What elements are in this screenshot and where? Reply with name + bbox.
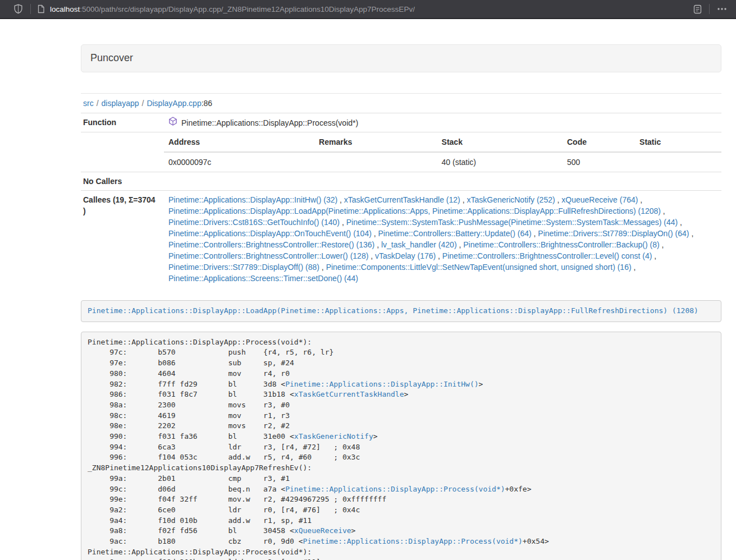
callee-link[interactable]: xTaskGenericNotify (252) (467, 195, 555, 204)
code-symbol-link[interactable]: xTaskGenericNotify (294, 432, 373, 440)
code-symbol-link[interactable]: Pinetime::Applications::DisplayApp::Proc… (303, 537, 523, 545)
code-line: Pinetime::Applications::DisplayApp::Proc… (88, 547, 715, 558)
code-symbol-link[interactable]: Pinetime::Applications::DisplayApp::Init… (285, 380, 478, 388)
page-title: Puncover (90, 52, 712, 64)
callee-link[interactable]: Pinetime::Applications::Screens::Timer::… (168, 274, 358, 283)
callee-separator: , (457, 240, 464, 249)
address-value: 0x0000097c (164, 152, 314, 172)
callee-separator: , (374, 240, 381, 249)
ellipsis-menu-icon[interactable] (716, 6, 728, 12)
static-value (635, 152, 721, 172)
callee-separator: , (372, 229, 378, 238)
callee-link[interactable]: Pinetime::Drivers::Cst816S::GetTouchInfo… (168, 218, 340, 227)
breadcrumb-displayapp[interactable]: displayapp (102, 99, 139, 108)
callee-link[interactable]: Pinetime::Drivers::St7789::DisplayOff() … (168, 263, 319, 272)
callee-link[interactable]: Pinetime::Controllers::Battery::Update()… (378, 229, 532, 238)
code-text: 990: f031 fa36 bl 31e00 < (88, 432, 294, 440)
breadcrumb-file[interactable]: DisplayApp.cpp (147, 99, 201, 108)
code-line: Pinetime::Applications::DisplayApp::Proc… (88, 337, 715, 348)
callee-separator: , (678, 218, 682, 227)
callee-link[interactable]: xQueueReceive (764) (561, 195, 638, 204)
metrics-table: Address Remarks Stack Code Static 0x0000… (164, 132, 721, 172)
highlighted-symbol-link[interactable]: Pinetime::Applications::DisplayApp::Load… (88, 306, 698, 315)
code-text: 9a8: f02f fd56 bl 30458 < (88, 526, 294, 535)
callee-separator: , (460, 195, 467, 204)
code-symbol-link[interactable]: Pinetime::Applications::DisplayApp::Proc… (285, 485, 505, 493)
col-static: Static (635, 132, 721, 152)
function-name: Pinetime::Applications::DisplayApp::Proc… (181, 117, 358, 128)
url-path: :5000/path/src/displayapp/DisplayApp.cpp… (80, 5, 415, 13)
breadcrumb: src/displayapp/DisplayApp.cpp:86 (83, 99, 721, 108)
app-header: Puncover (81, 44, 721, 72)
code-text: 97e: b086 sub sp, #24 (88, 359, 294, 367)
code-line: 98c: 4619 mov r1, r3 (88, 411, 715, 421)
callee-separator: , (436, 251, 442, 260)
callees-row: Callees (19, Σ=3704 ) Pinetime::Applicat… (81, 191, 721, 288)
reader-mode-icon[interactable] (692, 3, 703, 15)
code-line: 9ac: b180 cbz r0, 9d0 <Pinetime::Applica… (88, 536, 715, 547)
callee-separator: , (638, 195, 642, 204)
callee-link[interactable]: Pinetime::System::SystemTask::PushMessag… (346, 218, 678, 227)
callee-link[interactable]: Pinetime::Applications::DisplayApp::Load… (168, 206, 661, 215)
code-line: 990: f031 fa36 bl 31e00 <xTaskGenericNot… (88, 432, 715, 442)
code-text: Pinetime::Applications::DisplayApp::Proc… (88, 548, 312, 556)
callee-link[interactable]: Pinetime::Components::LittleVgl::SetNewT… (326, 263, 632, 272)
code-line: 97e: b086 sub sp, #24 (88, 358, 715, 369)
tracking-protection-shield-icon[interactable] (12, 3, 24, 15)
code-text: 98c: 4619 mov r1, r3 (88, 411, 290, 420)
url-text: localhost:5000/path/src/displayapp/Displ… (50, 5, 415, 13)
url-host: localhost (50, 5, 80, 13)
callee-link[interactable]: Pinetime::Controllers::BrightnessControl… (168, 240, 374, 249)
code-text: 99c: d06d beq.n a7a < (88, 485, 285, 493)
callee-link[interactable]: Pinetime::Controllers::BrightnessControl… (442, 251, 652, 260)
code-symbol-link[interactable]: xTaskGetCurrentTaskHandle (294, 390, 404, 398)
code-text: +0xfe> (505, 485, 532, 493)
code-line: 986: f031 f8c7 bl 31b18 <xTaskGetCurrent… (88, 389, 715, 400)
code-text: > (479, 380, 483, 388)
breadcrumb-separator: / (142, 99, 144, 108)
code-line: 97c: b570 push {r4, r5, r6, lr} (88, 347, 715, 358)
callee-link[interactable]: vTaskDelay (176) (375, 251, 436, 260)
function-label: Function (81, 113, 164, 132)
callee-separator: , (319, 263, 326, 272)
no-callers-label: No Callers (81, 172, 164, 191)
code-line: 99c: d06d beq.n a7a <Pinetime::Applicati… (88, 484, 715, 495)
highlighted-symbol-block: Pinetime::Applications::DisplayApp::Load… (81, 300, 721, 322)
code-text: _ZN8Pinetime12Applications10DisplayApp7R… (88, 463, 312, 472)
code-text: 97c: b570 push {r4, r5, r6, lr} (88, 348, 333, 356)
callee-separator: , (368, 251, 375, 260)
code-line: 9a4: f10d 010b add.w r1, sp, #11 (88, 516, 715, 526)
url-bar[interactable]: localhost:5000/path/src/displayapp/Displ… (37, 4, 692, 13)
callee-link[interactable]: Pinetime::Drivers::St7789::DisplayOn() (… (538, 229, 689, 238)
code-line: 9a2: 6ce0 ldr r0, [r4, #76] ; 0x4c (88, 505, 715, 516)
code-size-value: 500 (563, 152, 635, 172)
callee-link[interactable]: lv_task_handler (420) (381, 240, 457, 249)
code-symbol-link[interactable]: xQueueReceive (294, 526, 351, 535)
callee-link[interactable]: Pinetime::Applications::DisplayApp::OnTo… (168, 229, 372, 238)
function-row: Function Pinetime::Applications::Display… (81, 113, 721, 132)
code-line: 996: f104 053c add.w r5, r4, #60 ; 0x3c (88, 452, 715, 463)
callee-separator: , (337, 195, 344, 204)
code-text: 980: 4604 mov r4, r0 (88, 369, 290, 378)
code-text: 9ac: b180 cbz r0, 9d0 < (88, 537, 303, 545)
code-text: 994: 6ca3 ldr r3, [r4, #72] ; 0x48 (88, 443, 360, 451)
code-text: > (351, 526, 356, 535)
code-text: 982: f7ff fd29 bl 3d8 < (88, 380, 285, 388)
col-address: Address (164, 132, 314, 152)
callee-link[interactable]: xTaskGetCurrentTaskHandle (12) (344, 195, 460, 204)
code-text: 9a2: 6ce0 ldr r0, [r4, #76] ; 0x4c (88, 506, 360, 514)
callee-link[interactable]: Pinetime::Controllers::BrightnessControl… (168, 251, 368, 260)
breadcrumb-separator: / (97, 99, 99, 108)
code-text: 99e: f04f 32ff mov.w r2, #4294967295 ; 0… (88, 495, 386, 503)
col-remarks: Remarks (314, 132, 437, 152)
toolbar-separator (709, 4, 710, 14)
code-text: 9ae: f89d 300b ldrb.w r3, [sp, #11] (88, 558, 321, 560)
col-code: Code (563, 132, 635, 152)
page-content: Puncover src/displayapp/DisplayApp.cpp:8… (81, 44, 721, 560)
disassembly: Pinetime::Applications::DisplayApp::Proc… (81, 332, 721, 560)
callee-link[interactable]: Pinetime::Applications::DisplayApp::Init… (168, 195, 337, 204)
stack-value: 40 (static) (437, 152, 563, 172)
callee-link[interactable]: Pinetime::Controllers::BrightnessControl… (463, 240, 659, 249)
breadcrumb-src[interactable]: src (83, 99, 94, 108)
symbol-cube-icon (168, 117, 177, 128)
